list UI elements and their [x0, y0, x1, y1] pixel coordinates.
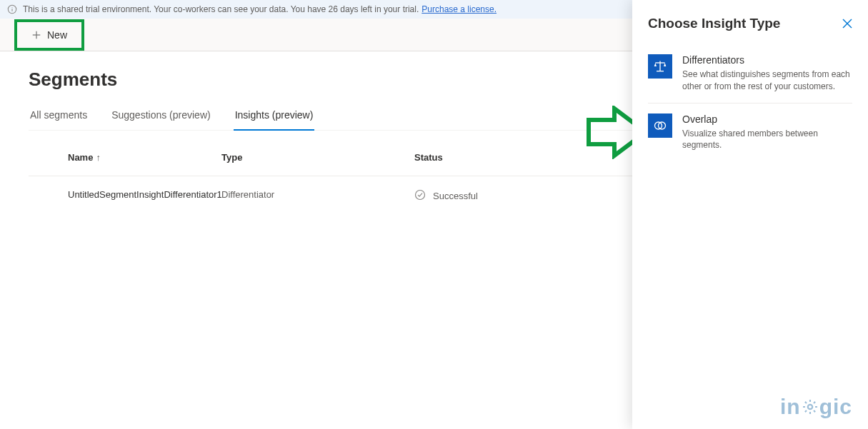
option-desc: Visualize shared members between segment…: [682, 128, 852, 152]
new-button[interactable]: New: [20, 22, 79, 48]
trial-banner-text: This is a shared trial environment. Your…: [23, 4, 419, 14]
svg-point-13: [807, 405, 812, 409]
svg-point-2: [11, 7, 12, 8]
cell-status: Successful: [414, 189, 607, 203]
panel-title: Choose Insight Type: [648, 16, 780, 31]
new-button-highlight: New: [14, 19, 84, 51]
choose-insight-panel: Choose Insight Type Differentiators See …: [632, 0, 868, 429]
tab-suggestions[interactable]: Suggestions (preview): [110, 104, 212, 130]
success-check-icon: [414, 189, 426, 203]
option-desc: See what distinguishes segments from eac…: [682, 69, 852, 93]
new-button-label: New: [47, 29, 67, 41]
close-panel-button[interactable]: [842, 19, 852, 29]
col-header-type[interactable]: Type: [221, 152, 414, 163]
option-differentiators[interactable]: Differentiators See what distinguishes s…: [648, 44, 852, 104]
tab-insights[interactable]: Insights (preview): [234, 104, 315, 131]
differentiators-icon: [648, 54, 672, 79]
cell-type: Differentiator: [221, 189, 414, 203]
option-title: Differentiators: [682, 54, 852, 66]
purchase-license-link[interactable]: Purchase a license.: [421, 4, 497, 14]
inogic-watermark: in gic: [780, 395, 852, 419]
svg-point-5: [416, 191, 425, 200]
status-text: Successful: [433, 191, 478, 201]
cell-name: UntitledSegmentInsightDifferentiator1: [29, 189, 221, 203]
plus-icon: [31, 30, 41, 40]
col-header-status[interactable]: Status: [414, 152, 607, 163]
option-overlap[interactable]: Overlap Visualize shared members between…: [648, 104, 852, 162]
info-icon: [7, 4, 17, 14]
tab-all-segments[interactable]: All segments: [29, 104, 89, 130]
gear-icon: [802, 398, 819, 415]
overlap-icon: [648, 113, 672, 138]
option-title: Overlap: [682, 113, 852, 125]
col-header-name[interactable]: Name↑: [29, 152, 221, 163]
sort-asc-icon: ↑: [96, 152, 101, 163]
